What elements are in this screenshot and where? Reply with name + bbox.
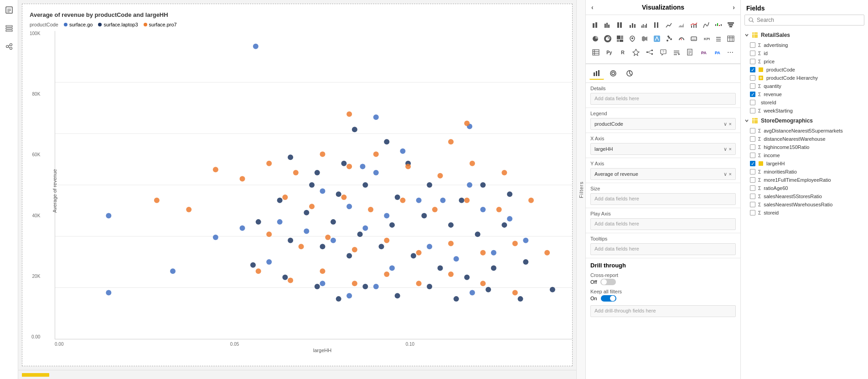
treemap-icon[interactable] [614, 32, 625, 45]
avgDistance-checkbox[interactable] [750, 128, 755, 133]
keep-filters-toggle[interactable] [601, 295, 616, 302]
revenue-checkbox[interactable]: ✓ [750, 92, 755, 97]
field-row-productCode[interactable]: ✓ productCode [743, 66, 866, 74]
power-apps-icon[interactable]: PA [697, 46, 710, 59]
field-row-storeId[interactable]: storeId [743, 98, 866, 107]
search-input[interactable] [757, 17, 860, 23]
highincome-checkbox[interactable] [750, 144, 755, 150]
pie-chart-icon[interactable] [589, 32, 601, 45]
stacked-column-icon[interactable] [651, 19, 662, 31]
bottom-tab-indicator[interactable] [22, 373, 49, 377]
decomp-tree-icon[interactable] [643, 46, 656, 59]
size-drop-area[interactable]: Add data fields here [590, 193, 736, 205]
quantity-checkbox[interactable] [750, 83, 755, 89]
slicer-icon[interactable] [713, 32, 724, 45]
line-chart-icon[interactable] [663, 19, 675, 31]
tooltips-drop-area[interactable]: Add data fields here [590, 243, 736, 255]
productCodeHierarchy-checkbox[interactable] [750, 75, 755, 81]
field-row-ratioAge60[interactable]: Σ ratioAge60 [743, 184, 866, 192]
qa-icon[interactable]: ? [657, 46, 670, 59]
field-row-salesNearestWarehouse[interactable]: Σ salesNearestWarehousesRatio [743, 200, 866, 209]
gauge-icon[interactable] [676, 32, 687, 45]
kpi-icon[interactable]: KPI [701, 32, 712, 45]
more-visuals-icon[interactable]: ⋯ [724, 46, 737, 59]
table-visual-icon[interactable] [725, 32, 737, 45]
yaxis-field-value[interactable]: Average of revenue ∨ × [590, 168, 736, 180]
ribbon-chart-icon[interactable] [701, 19, 712, 31]
xaxis-field-value[interactable]: largeHH ∨ × [590, 143, 736, 155]
weekStarting-checkbox[interactable] [750, 108, 755, 113]
r-icon[interactable]: R [616, 46, 629, 59]
model-icon[interactable] [3, 40, 16, 53]
field-row-quantity[interactable]: Σ quantity [743, 82, 866, 90]
field-row-distanceWarehouse[interactable]: Σ distanceNearestWarehouse [743, 135, 866, 143]
report-icon[interactable] [3, 4, 16, 16]
donut-icon[interactable] [602, 32, 613, 45]
productCode-checkbox[interactable]: ✓ [750, 67, 755, 72]
field-row-revenue[interactable]: ✓ Σ revenue [743, 90, 866, 98]
card-icon[interactable] [688, 32, 700, 45]
salesNearest5-checkbox[interactable] [750, 194, 755, 199]
xaxis-clear-icon[interactable]: × [729, 146, 732, 152]
details-drop-area[interactable]: Add data fields here [590, 93, 736, 105]
matrix-icon[interactable] [589, 46, 602, 59]
field-row-price[interactable]: Σ price [743, 57, 866, 66]
income-checkbox[interactable] [750, 153, 755, 158]
price-checkbox[interactable] [750, 59, 755, 64]
paginated-icon[interactable] [684, 46, 697, 59]
playaxis-drop-area[interactable]: Add data fields here [590, 218, 736, 230]
field-row-income[interactable]: Σ income [743, 151, 866, 159]
field-row-highincome[interactable]: Σ highincome150Ratio [743, 143, 866, 151]
map-icon[interactable] [626, 32, 638, 45]
scatter-icon[interactable] [663, 32, 675, 45]
field-row-salesNearest5[interactable]: Σ salesNearest5StoresRatio [743, 192, 866, 200]
data-icon[interactable] [3, 22, 16, 35]
id-checkbox[interactable] [750, 51, 755, 56]
field-row-id[interactable]: Σ id [743, 49, 866, 57]
waterfall-icon[interactable] [713, 19, 724, 31]
smart-narrative-icon[interactable] [670, 46, 683, 59]
legend-clear-icon[interactable]: × [729, 121, 732, 127]
retailsales-group-header[interactable]: RetailSales [743, 29, 866, 41]
field-row-advertising[interactable]: Σ advertising [743, 41, 866, 49]
xaxis-expand-icon[interactable]: ∨ [723, 146, 727, 152]
clustered-column-icon[interactable] [639, 19, 650, 31]
field-row-avgDistance[interactable]: Σ avgDistanceNearest5Supermarkets [743, 127, 866, 135]
advertising-checkbox[interactable] [750, 42, 755, 48]
ai-icon[interactable] [630, 46, 643, 59]
column-chart-icon[interactable] [626, 19, 638, 31]
funnel-icon[interactable] [725, 19, 737, 31]
storedemographics-group-header[interactable]: StoreDemographics [743, 115, 866, 127]
more1fulltime-checkbox[interactable] [750, 177, 755, 183]
ratioAge60-checkbox[interactable] [750, 185, 755, 191]
storeId-checkbox[interactable] [750, 100, 755, 105]
fields-search-box[interactable] [744, 15, 864, 26]
python-icon[interactable]: Py [603, 46, 616, 59]
tab-build-visual[interactable] [589, 67, 604, 80]
tab-analytics[interactable] [622, 67, 637, 80]
minorities-checkbox[interactable] [750, 169, 755, 174]
largeHH-checkbox[interactable]: ✓ [750, 161, 755, 166]
bar-chart-icon[interactable] [589, 19, 601, 31]
next-arrow[interactable]: › [733, 4, 735, 11]
tab-format-visual[interactable] [606, 67, 620, 80]
field-row-productCodeHierarchy[interactable]: productCode Hierarchy [743, 74, 866, 82]
legend-expand-icon[interactable]: ∨ [723, 121, 727, 127]
salesNearestWarehouse-checkbox[interactable] [750, 202, 755, 207]
line-clustered-icon[interactable] [688, 19, 700, 31]
yaxis-expand-icon[interactable]: ∨ [723, 171, 727, 177]
yaxis-clear-icon[interactable]: × [729, 171, 732, 177]
power-automate-icon[interactable]: PA [711, 46, 723, 59]
filled-map-icon[interactable] [639, 32, 650, 45]
cross-report-toggle[interactable] [600, 279, 616, 285]
field-row-largeHH[interactable]: ✓ largeHH [743, 159, 866, 168]
stacked-bar-100-icon[interactable] [614, 19, 625, 31]
field-row-storeid[interactable]: Σ storeid [743, 209, 866, 217]
legend-field-value[interactable]: productCode ∨ × [590, 118, 736, 130]
filters-strip[interactable]: Filters [576, 0, 585, 379]
field-row-more1fulltime[interactable]: Σ more1FullTimeEmployeeRatio [743, 176, 866, 184]
field-row-minorities[interactable]: Σ minoritiesRatio [743, 168, 866, 176]
drillthrough-drop-area[interactable]: Add drill-through fields here [590, 305, 736, 317]
clustered-bar-icon[interactable] [602, 19, 613, 31]
azure-map-icon[interactable] [651, 32, 662, 45]
